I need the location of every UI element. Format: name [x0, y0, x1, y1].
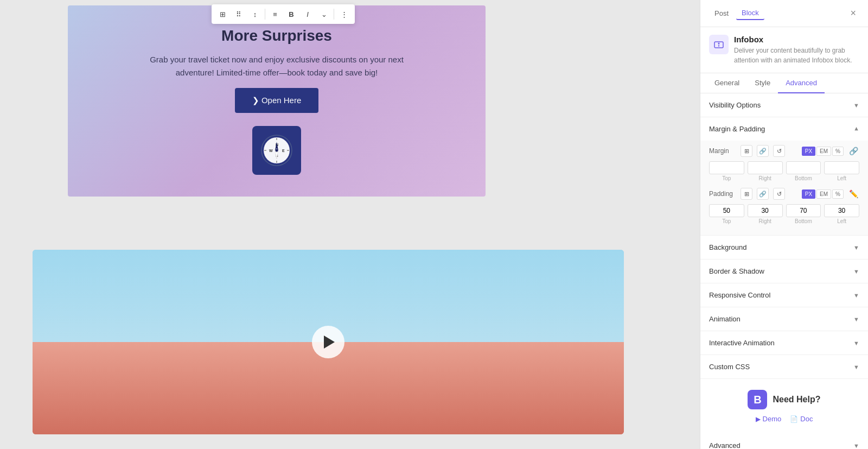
need-help-section: B Need Help? ▶ Demo 📄 Doc — [700, 379, 868, 434]
block-toolbar: ⊞ ⠿ ↕ ≡ B I ⌄ ⋮ — [212, 4, 355, 24]
margin-top-input[interactable] — [709, 161, 744, 174]
toolbar-divider-1 — [265, 9, 265, 20]
padding-top-label: Top — [722, 218, 731, 224]
padding-unit-percent[interactable]: % — [832, 189, 844, 199]
accordion-animation-label: Animation — [709, 315, 741, 323]
doc-link[interactable]: 📄 Doc — [790, 415, 813, 423]
margin-padding-content: Margin ⊞ 🔗 ↺ PX EM % 🔗 Top Right — [700, 141, 868, 235]
accordion-border-shadow-header[interactable]: Border & Shadow ▼ — [700, 260, 868, 283]
accordion-background-header[interactable]: Background ▼ — [700, 236, 868, 259]
margin-left-input[interactable] — [824, 161, 859, 174]
margin-right-group: Right — [748, 161, 783, 181]
infobox-block: More Surprises Grab your travel ticket n… — [68, 5, 486, 197]
padding-top-group: Top — [709, 204, 744, 224]
right-panel: Post Block × Infobox Deliver your conten… — [700, 0, 868, 449]
margin-chain-btn[interactable]: 🔗 — [848, 146, 859, 156]
infobox-block-icon-svg — [713, 39, 724, 50]
margin-bottom-input[interactable] — [786, 161, 821, 174]
padding-link-all-btn[interactable]: ⊞ — [741, 188, 752, 200]
padding-left-group: Left — [824, 204, 859, 224]
accordion-custom-css: Custom CSS ▼ — [700, 355, 868, 379]
infobox-title: More Surprises — [221, 27, 332, 45]
infobox-open-button[interactable]: ❯ Open Here — [235, 88, 319, 113]
margin-right-label: Right — [758, 175, 771, 181]
accordion-custom-css-label: Custom CSS — [709, 363, 750, 371]
accordion-advanced-bottom-header[interactable]: Advanced ▼ — [700, 434, 868, 449]
video-block — [33, 250, 624, 434]
accordion-responsive-control: Responsive Control ▼ — [700, 283, 868, 307]
margin-link-btn[interactable]: 🔗 — [757, 145, 769, 157]
margin-right-input[interactable] — [748, 161, 783, 174]
demo-label: Demo — [763, 415, 782, 423]
toolbar-transform[interactable]: ↕ — [247, 7, 263, 22]
padding-right-input[interactable] — [748, 204, 783, 217]
padding-inputs-row: Top Right Bottom Left — [709, 204, 859, 224]
accordion-interactive-animation-chevron: ▼ — [853, 340, 859, 346]
padding-unit-px[interactable]: PX — [802, 189, 815, 199]
toolbar-more[interactable]: ⌄ — [316, 7, 331, 22]
sub-tab-advanced[interactable]: Advanced — [778, 73, 825, 93]
doc-label: Doc — [800, 415, 813, 423]
padding-link-btn[interactable]: 🔗 — [757, 188, 769, 200]
play-icon — [324, 336, 335, 349]
toolbar-align[interactable]: ≡ — [267, 7, 283, 22]
accordion-responsive-control-label: Responsive Control — [709, 291, 770, 299]
accordion-responsive-control-header[interactable]: Responsive Control ▼ — [700, 283, 868, 307]
toolbar-move[interactable]: ⠿ — [231, 7, 246, 22]
padding-unit-em[interactable]: EM — [816, 189, 831, 199]
margin-unit-percent[interactable]: % — [832, 147, 844, 156]
doc-icon: 📄 — [790, 415, 798, 423]
margin-link-all-btn[interactable]: ⊞ — [741, 145, 752, 157]
accordion-animation: Animation ▼ — [700, 307, 868, 331]
accordion-margin-padding-chevron: ▼ — [853, 126, 859, 132]
accordion-margin-padding: Margin & Padding ▼ Margin ⊞ 🔗 ↺ PX EM % … — [700, 117, 868, 236]
accordion-responsive-control-chevron: ▼ — [853, 292, 859, 299]
padding-chain-btn[interactable]: ✏️ — [848, 188, 859, 199]
margin-unit-em[interactable]: EM — [816, 147, 831, 156]
sub-tab-style[interactable]: Style — [747, 73, 778, 93]
accordion-interactive-animation-header[interactable]: Interactive Animation ▼ — [700, 331, 868, 355]
close-panel-button[interactable]: × — [847, 7, 859, 20]
block-description: Deliver your content beautifully to grab… — [734, 46, 859, 65]
svg-text:W: W — [269, 149, 273, 153]
margin-bottom-label: Bottom — [795, 175, 812, 181]
accordion-animation-header[interactable]: Animation ▼ — [700, 307, 868, 331]
toolbar-divider-2 — [334, 9, 334, 20]
padding-bottom-input[interactable] — [786, 204, 821, 217]
accordion-visibility-header[interactable]: Visibility Options ▼ — [700, 93, 868, 117]
compass-svg: N S E W — [260, 134, 293, 167]
toolbar-block-icon[interactable]: ⊞ — [215, 7, 230, 22]
accordion-custom-css-chevron: ▼ — [853, 364, 859, 370]
padding-label: Padding — [709, 190, 736, 198]
padding-right-label: Right — [758, 218, 771, 224]
need-help-logo: B — [748, 390, 767, 409]
toolbar-italic[interactable]: I — [300, 7, 315, 22]
padding-label-row: Padding ⊞ 🔗 ↺ PX EM % ✏️ — [709, 188, 859, 200]
toolbar-bold[interactable]: B — [284, 7, 299, 22]
padding-reset-btn[interactable]: ↺ — [773, 188, 785, 200]
toolbar-options[interactable]: ⋮ — [336, 7, 352, 22]
accordion-border-shadow-chevron: ▼ — [853, 268, 859, 275]
tab-post[interactable]: Post — [709, 7, 734, 20]
margin-left-group: Left — [824, 161, 859, 181]
accordion-custom-css-header[interactable]: Custom CSS ▼ — [700, 355, 868, 378]
accordion-margin-padding-header[interactable]: Margin & Padding ▼ — [700, 117, 868, 141]
tab-block[interactable]: Block — [736, 7, 764, 20]
margin-reset-btn[interactable]: ↺ — [773, 145, 785, 157]
accordion-background-chevron: ▼ — [853, 244, 859, 251]
panel-tab-group: Post Block — [709, 7, 764, 20]
padding-top-input[interactable] — [709, 204, 744, 217]
padding-left-input[interactable] — [824, 204, 859, 217]
padding-right-group: Right — [748, 204, 783, 224]
margin-left-label: Left — [837, 175, 846, 181]
demo-link[interactable]: ▶ Demo — [756, 415, 782, 423]
need-help-header: B Need Help? — [748, 390, 820, 409]
video-play-button[interactable] — [312, 326, 344, 358]
sub-tab-general[interactable]: General — [707, 73, 747, 93]
need-help-links: ▶ Demo 📄 Doc — [756, 415, 813, 423]
accordion-visibility: Visibility Options ▼ — [700, 93, 868, 117]
margin-unit-px[interactable]: PX — [802, 147, 815, 156]
demo-icon: ▶ — [756, 415, 761, 423]
block-info: Infobox Deliver your content beautifully… — [700, 27, 868, 73]
accordion-margin-padding-label: Margin & Padding — [709, 125, 765, 133]
